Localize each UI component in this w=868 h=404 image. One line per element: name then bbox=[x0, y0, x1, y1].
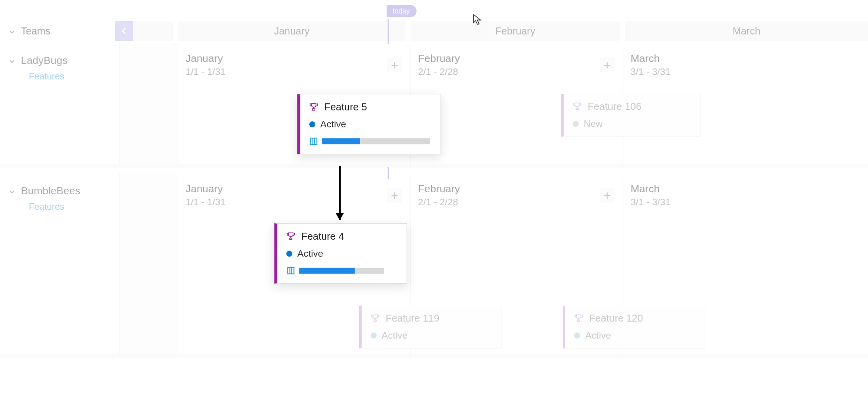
month-range: 3/1 - 3/31 bbox=[631, 197, 861, 208]
today-marker-line bbox=[388, 19, 389, 44]
features-link[interactable]: Features bbox=[29, 202, 119, 212]
card-title: Feature 5 bbox=[324, 101, 367, 113]
trophy-icon bbox=[309, 102, 319, 112]
today-badge[interactable]: today bbox=[387, 5, 417, 17]
teams-header[interactable]: Teams bbox=[0, 21, 115, 41]
features-link[interactable]: Features bbox=[29, 71, 119, 82]
team-toggle-bumblebees[interactable]: BumbleBees bbox=[9, 185, 119, 197]
progress bbox=[286, 266, 398, 275]
month-header-feb[interactable]: February bbox=[411, 21, 620, 41]
month-range: 3/1 - 3/31 bbox=[631, 66, 861, 77]
state-dot-icon bbox=[371, 333, 377, 339]
card-feature-5[interactable]: Feature 5 Active bbox=[297, 94, 441, 154]
lane-sidebar-bumblebees: BumbleBees Features bbox=[0, 173, 120, 354]
card-title: Feature 120 bbox=[589, 313, 643, 324]
card-feature-120[interactable]: Feature 120 Active bbox=[563, 306, 705, 349]
add-feature-button[interactable]: + bbox=[387, 57, 402, 72]
progress-bar bbox=[299, 268, 384, 274]
progress-fill bbox=[322, 138, 360, 144]
lane-shade bbox=[120, 173, 179, 354]
team-name: BumbleBees bbox=[21, 185, 80, 197]
card-title: Feature 106 bbox=[588, 101, 642, 112]
state-dot-icon bbox=[286, 251, 292, 257]
lane-shade bbox=[120, 42, 179, 164]
month-header-mar[interactable]: March bbox=[625, 21, 868, 41]
progress bbox=[309, 137, 432, 146]
chevron-down-icon bbox=[9, 57, 15, 63]
team-toggle-ladybugs[interactable]: LadyBugs bbox=[9, 54, 119, 66]
month-range: 1/1 - 1/31 bbox=[186, 66, 401, 77]
book-icon bbox=[309, 137, 318, 146]
month-title: January bbox=[186, 52, 401, 64]
month-title: February bbox=[418, 52, 614, 64]
trophy-icon bbox=[371, 314, 381, 324]
card-title: Feature 4 bbox=[301, 231, 344, 242]
card-feature-106[interactable]: Feature 106 New bbox=[561, 94, 701, 137]
month-title: March bbox=[631, 52, 861, 64]
card-feature-119[interactable]: Feature 119 Active bbox=[359, 306, 502, 349]
month-range: 2/1 - 2/28 bbox=[418, 197, 614, 208]
today-marker-line bbox=[388, 167, 389, 179]
book-icon bbox=[286, 266, 295, 275]
month-header-partial bbox=[133, 21, 173, 41]
card-state: Active bbox=[297, 248, 323, 259]
card-state: Active bbox=[320, 119, 346, 130]
timeline-header: Teams January February March bbox=[0, 21, 868, 41]
month-title: March bbox=[631, 183, 861, 195]
card-state: Active bbox=[585, 330, 611, 341]
scroll-left-button[interactable] bbox=[115, 21, 133, 41]
progress-fill bbox=[299, 268, 355, 274]
card-state: New bbox=[584, 118, 603, 129]
team-name: LadyBugs bbox=[21, 54, 67, 66]
card-feature-4[interactable]: Feature 4 Active bbox=[274, 223, 407, 284]
card-title: Feature 119 bbox=[386, 313, 439, 324]
state-dot-icon bbox=[573, 121, 579, 127]
trophy-icon bbox=[286, 232, 296, 242]
month-header-jan[interactable]: January bbox=[178, 21, 406, 41]
lane-sidebar-ladybugs: LadyBugs Features bbox=[0, 42, 120, 164]
state-dot-icon bbox=[574, 333, 580, 339]
month-title: February bbox=[418, 183, 614, 195]
state-dot-icon bbox=[309, 121, 315, 127]
teams-header-label: Teams bbox=[21, 25, 50, 37]
trophy-icon bbox=[574, 314, 584, 324]
trophy-icon bbox=[573, 102, 583, 112]
add-feature-button[interactable]: + bbox=[600, 188, 615, 203]
cursor-icon bbox=[473, 14, 482, 25]
dependency-arrow bbox=[339, 166, 341, 220]
progress-bar bbox=[322, 138, 430, 144]
month-title: January bbox=[186, 183, 401, 195]
month-range: 2/1 - 2/28 bbox=[418, 66, 614, 77]
add-feature-button[interactable]: + bbox=[387, 188, 402, 203]
chevron-down-icon bbox=[9, 28, 15, 34]
card-state: Active bbox=[382, 330, 408, 341]
chevron-down-icon bbox=[9, 188, 15, 194]
add-feature-button[interactable]: + bbox=[600, 57, 615, 72]
month-range: 1/1 - 1/31 bbox=[186, 197, 401, 208]
